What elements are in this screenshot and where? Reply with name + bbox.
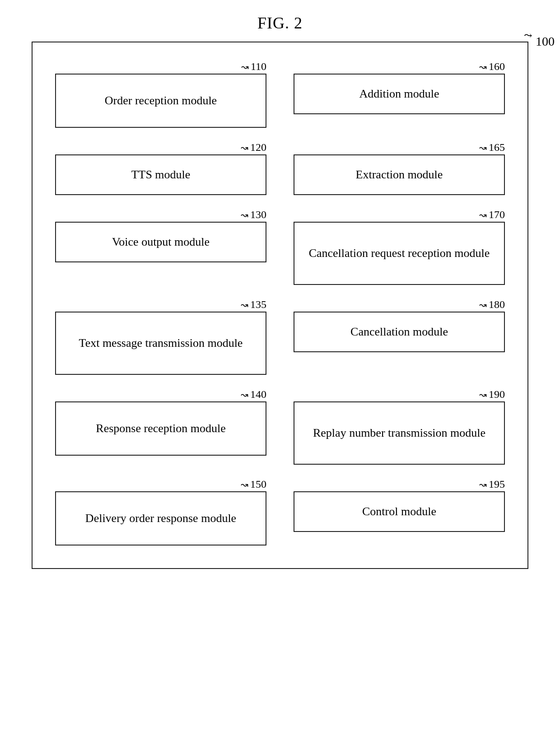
cell-195: ↝195Control module — [294, 478, 505, 546]
ref-number-160: 160 — [489, 61, 505, 72]
curve-icon-160: ↝ — [479, 62, 487, 72]
curve-icon-140: ↝ — [241, 390, 248, 400]
module-box-120: TTS module — [55, 154, 266, 195]
ref-number-150: 150 — [250, 478, 266, 490]
cell-180: ↝180Cancellation module — [294, 298, 505, 375]
curve-icon-195: ↝ — [479, 480, 487, 490]
cell-130: ↝130Voice output module — [55, 209, 266, 285]
ref-number-165: 165 — [489, 141, 505, 153]
ref-label-170: ↝170 — [294, 209, 505, 221]
module-box-180: Cancellation module — [294, 312, 505, 352]
ref-label-130: ↝130 — [55, 209, 266, 221]
cell-110: ↝110Order reception module — [55, 61, 266, 128]
module-box-190: Replay number transmission module — [294, 401, 505, 465]
ref-label-180: ↝180 — [294, 298, 505, 311]
module-box-130: Voice output module — [55, 222, 266, 262]
ref-number-110: 110 — [251, 61, 266, 72]
ref-number-190: 190 — [489, 388, 505, 400]
curve-icon-100: ⤳ — [524, 30, 532, 42]
curve-icon-110: ↝ — [241, 62, 249, 72]
ref-number-170: 170 — [489, 209, 505, 220]
ref-number-120: 120 — [250, 141, 266, 153]
cell-165: ↝165Extraction module — [294, 141, 505, 195]
cell-120: ↝120TTS module — [55, 141, 266, 195]
cell-140: ↝140Response reception module — [55, 388, 266, 465]
ref-number-135: 135 — [250, 298, 266, 310]
cell-170: ↝170Cancellation request reception modul… — [294, 209, 505, 285]
curve-icon-120: ↝ — [241, 143, 248, 153]
module-grid: ↝110Order reception module↝160Addition m… — [55, 61, 505, 546]
curve-icon-190: ↝ — [479, 390, 487, 400]
curve-icon-135: ↝ — [241, 300, 248, 310]
ref-number-180: 180 — [489, 298, 505, 310]
ref-label-110: ↝110 — [55, 61, 266, 73]
ref-number-140: 140 — [250, 388, 266, 400]
curve-icon-165: ↝ — [479, 143, 487, 153]
module-box-110: Order reception module — [55, 74, 266, 128]
curve-icon-150: ↝ — [241, 480, 248, 490]
ref-label-190: ↝190 — [294, 388, 505, 401]
module-box-150: Delivery order response module — [55, 491, 266, 546]
module-box-140: Response reception module — [55, 401, 266, 456]
ref-label-140: ↝140 — [55, 388, 266, 401]
curve-icon-170: ↝ — [479, 210, 487, 220]
ref-label-150: ↝150 — [55, 478, 266, 490]
ref-label-135: ↝135 — [55, 298, 266, 311]
cell-190: ↝190Replay number transmission module — [294, 388, 505, 465]
ref-label-160: ↝160 — [294, 61, 505, 73]
figure-title: FIG. 2 — [257, 14, 303, 33]
module-box-165: Extraction module — [294, 154, 505, 195]
cell-135: ↝135Text message transmission module — [55, 298, 266, 375]
ref-number-100: 100 — [536, 34, 555, 49]
ref-number-195: 195 — [489, 478, 505, 490]
ref-number-130: 130 — [250, 209, 266, 220]
cell-160: ↝160Addition module — [294, 61, 505, 128]
cell-150: ↝150Delivery order response module — [55, 478, 266, 546]
diagram-container: ⤳ 100 ↝110Order reception module↝160Addi… — [32, 42, 528, 569]
module-box-170: Cancellation request reception module — [294, 222, 505, 285]
ref-label-195: ↝195 — [294, 478, 505, 490]
module-box-160: Addition module — [294, 74, 505, 114]
curve-icon-180: ↝ — [479, 300, 487, 310]
ref-label-165: ↝165 — [294, 141, 505, 154]
ref-label-120: ↝120 — [55, 141, 266, 154]
curve-icon-130: ↝ — [241, 210, 248, 220]
module-box-195: Control module — [294, 491, 505, 532]
module-box-135: Text message transmission module — [55, 312, 266, 375]
